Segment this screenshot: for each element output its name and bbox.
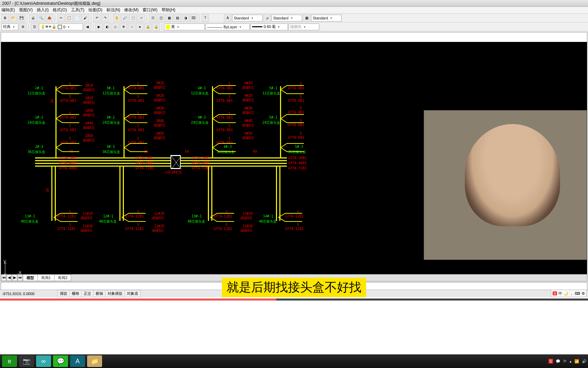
gyta-2-2c: GYTA-6B1	[60, 141, 76, 144]
otrack-toggle[interactable]: 对象追	[125, 290, 141, 297]
undo-icon[interactable]: ↶	[93, 14, 101, 22]
copy-icon[interactable]: 📋	[65, 14, 73, 22]
layer-iso-icon[interactable]: ◇	[112, 23, 119, 31]
sheet-set-icon[interactable]: ▤	[174, 14, 181, 22]
taskbar-app-explorer[interactable]: 📁	[87, 355, 102, 367]
layer-unlock-icon[interactable]: 🔓	[152, 23, 160, 31]
ime-lang[interactable]: 中	[558, 291, 562, 296]
plotstyle-combo[interactable]: 随颜色	[289, 24, 319, 30]
tray-volume-icon[interactable]: 🔊	[582, 359, 587, 364]
tab-model[interactable]: 模型	[23, 274, 38, 281]
tool-palette-icon[interactable]: ▦	[165, 14, 173, 22]
video-progress-bar[interactable]	[0, 298, 588, 301]
tray-flag-icon[interactable]: 🏳	[563, 359, 567, 363]
color-combo[interactable]: 黄	[164, 24, 205, 30]
ime-punct-icon[interactable]: ，	[570, 291, 573, 296]
len49-5: 49	[253, 150, 257, 153]
tray-sogou-icon[interactable]: S	[549, 359, 553, 364]
tray-msg-icon[interactable]: 💬	[556, 359, 560, 364]
taskbar-app-baidu[interactable]: ∞	[36, 355, 51, 367]
taskbar-app-recorder[interactable]: 📷	[19, 355, 34, 367]
calc-icon[interactable]: ⌧	[190, 14, 197, 22]
open-icon[interactable]: 📂	[10, 14, 17, 22]
zoom-icon[interactable]: 🔎	[121, 14, 129, 22]
linetype-combo[interactable]: ――――ByLayer	[206, 24, 250, 30]
save-icon[interactable]: 💾	[18, 14, 25, 22]
layer-combo[interactable]: 💡❄☀🔒0	[39, 24, 83, 30]
layer-match-icon[interactable]: ◐	[103, 23, 111, 31]
layer-props-icon[interactable]: ☲	[31, 23, 38, 31]
markup-icon[interactable]: ◑	[182, 14, 189, 22]
ime-bar[interactable]: S 中 🌙 ， ⌨ ⚙	[551, 290, 587, 297]
taskbar-app-360[interactable]: e	[2, 355, 17, 367]
node-2-2: 2#-2	[35, 116, 43, 119]
lineweight-combo[interactable]: 0.60 毫	[250, 24, 288, 30]
menu-help[interactable]: 帮助(H)	[162, 7, 176, 13]
preview-icon[interactable]: 🔍	[37, 14, 45, 22]
zoom-window-icon[interactable]: ⬚	[129, 14, 137, 22]
tab-next-icon[interactable]: ▶	[12, 274, 17, 281]
tab-prev-icon[interactable]: ◀	[6, 274, 12, 281]
ime-keyboard-icon[interactable]: ⌨	[575, 291, 580, 296]
pan-icon[interactable]: ✋	[113, 14, 120, 22]
drawing-canvas[interactable]: 小区1#光交 2#-1 12芯接头盒 5 GYTA-6B1 5 GYTA-6B1…	[1, 42, 587, 281]
text-style-icon[interactable]: A	[224, 14, 231, 22]
layer-lock-icon[interactable]: 🔒	[144, 23, 152, 31]
term-2-3: 成端6芯	[83, 113, 95, 118]
menu-modify[interactable]: 修改(M)	[124, 7, 138, 13]
menu-window[interactable]: 窗口(W)	[143, 7, 157, 13]
layer-off-icon[interactable]: ○	[128, 23, 135, 31]
menu-draw[interactable]: 绘图(D)	[88, 7, 102, 13]
print-icon[interactable]: 🖨	[29, 14, 37, 22]
layer-freeze-icon[interactable]: ❄	[120, 23, 127, 31]
new-icon[interactable]: 🗎	[1, 14, 9, 22]
grid-toggle[interactable]: 栅格	[69, 290, 82, 297]
osnap-toggle[interactable]: 对象捕捉	[105, 290, 125, 297]
properties-icon[interactable]: ☷	[149, 14, 157, 22]
dim-style-combo[interactable]: Standard	[272, 15, 302, 21]
menu-format[interactable]: 格式(O)	[53, 7, 67, 13]
menu-tools[interactable]: 工具(T)	[71, 7, 84, 13]
len-13-2: 5	[226, 223, 228, 227]
box-2-2: 24芯接头盒	[28, 120, 45, 125]
tray-network-icon[interactable]: 📶	[574, 359, 579, 364]
workspace-combo[interactable]: 经典	[1, 24, 18, 30]
paste-icon[interactable]: 📄	[74, 14, 81, 22]
len-14-2: 5	[297, 223, 299, 227]
dim-style-icon[interactable]: ⊿	[263, 14, 271, 22]
table-style-combo[interactable]: Standard	[311, 15, 342, 21]
tab-layout1[interactable]: 布局1	[37, 274, 54, 281]
layer-on-icon[interactable]: ●	[136, 23, 144, 31]
publish-icon[interactable]: 📤	[46, 14, 53, 22]
menu-insert[interactable]: 插入(I)	[37, 7, 49, 13]
make-current-icon[interactable]: ▶	[95, 23, 103, 31]
zoom-prev-icon[interactable]: ⤶	[137, 14, 145, 22]
help-icon[interactable]: ?	[201, 14, 209, 22]
term-4-1: 成端6芯	[242, 85, 254, 90]
tab-layout2[interactable]: 布局2	[54, 274, 71, 281]
menu-dimension[interactable]: 标注(N)	[107, 7, 120, 13]
text-style-combo[interactable]: Standard	[232, 15, 263, 21]
len-5-1c: 5	[300, 106, 302, 110]
taskbar-app-autocad[interactable]: A	[70, 355, 85, 367]
design-center-icon[interactable]: ◫	[157, 14, 165, 22]
tab-first-icon[interactable]: ⏮	[1, 274, 6, 281]
ortho-toggle[interactable]: 正交	[81, 290, 94, 297]
match-icon[interactable]: 🖌	[82, 14, 89, 22]
cut-icon[interactable]: ✂	[57, 14, 65, 22]
ime-moon-icon[interactable]: 🌙	[564, 291, 568, 296]
d-2-3: 2#3D	[85, 109, 93, 112]
snap-toggle[interactable]: 捕捉	[58, 290, 70, 297]
menu-view[interactable]: 视图(V)	[19, 7, 33, 13]
tray-chevron-icon[interactable]: ▴	[570, 359, 572, 364]
node-2-3: 2#-3	[35, 145, 43, 149]
layer-prev-icon[interactable]: ◀	[84, 23, 91, 31]
ime-settings-icon[interactable]: ⚙	[582, 291, 585, 296]
workspace-gear-icon[interactable]: ⚙	[19, 23, 27, 31]
tab-last-icon[interactable]: ⏭	[17, 274, 23, 281]
polar-toggle[interactable]: 极轴	[93, 290, 105, 297]
redo-icon[interactable]: ↷	[101, 14, 109, 22]
menu-edit[interactable]: 编辑(E)	[1, 7, 15, 13]
table-style-icon[interactable]: ▦	[303, 14, 310, 22]
taskbar-app-wechat[interactable]: 💬	[53, 355, 68, 367]
